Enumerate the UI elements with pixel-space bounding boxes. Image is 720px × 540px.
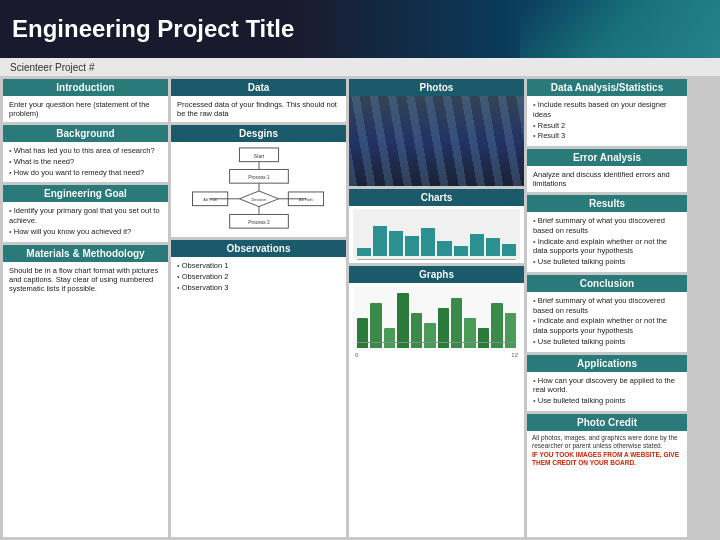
list-item: How do you want to remedy that need? <box>9 168 162 178</box>
applications-content: How can your discovery be applied to the… <box>527 372 687 411</box>
conclusion-section: Conclusion Brief summary of what you dis… <box>527 275 687 352</box>
error-analysis-content: Analyze and discuss identified errors an… <box>527 166 687 192</box>
introduction-section: Introduction Enter your question here (s… <box>3 79 168 122</box>
svg-point-22 <box>437 111 507 171</box>
data-header: Data <box>171 79 346 96</box>
photos-header: Photos <box>349 79 524 96</box>
graphs-section: Graphs 0 12 <box>349 266 524 537</box>
svg-text:Alt Path: Alt Path <box>299 196 313 201</box>
sub-header: Scienteer Project # <box>0 58 720 76</box>
flowchart-svg: Start Process 1 Decision Process 2 Alt P… <box>189 146 329 234</box>
background-header: Background <box>3 125 168 142</box>
chart-bar <box>454 246 468 256</box>
chart-bar <box>389 231 403 256</box>
list-item: Result 3 <box>533 131 681 141</box>
data-analysis-header: Data Analysis/Statistics <box>527 79 687 96</box>
graph-bars <box>353 286 520 351</box>
svg-text:Process 1: Process 1 <box>248 175 270 180</box>
graph-bar <box>397 293 408 348</box>
list-item: Result 2 <box>533 121 681 131</box>
svg-text:Start: Start <box>253 153 264 158</box>
graph-bar <box>451 298 462 348</box>
column-1: Introduction Enter your question here (s… <box>3 79 168 537</box>
photo-credit-header: Photo Credit <box>527 414 687 431</box>
chart-bars <box>353 209 520 259</box>
designs-section: Desgins Start Process 1 Decision Proces <box>171 125 346 237</box>
list-item: What has led you to this area of researc… <box>9 146 162 156</box>
photo-svg <box>352 96 522 186</box>
chart-bar <box>486 238 500 256</box>
chart-bar <box>373 226 387 256</box>
data-analysis-list: Include results based on your designer i… <box>533 100 681 141</box>
error-analysis-section: Error Analysis Analyze and discuss ident… <box>527 149 687 192</box>
results-section: Results Brief summary of what you discov… <box>527 195 687 272</box>
chart-bar <box>437 241 451 256</box>
applications-header: Applications <box>527 355 687 372</box>
photo-credit-section: Photo Credit All photos, images, and gra… <box>527 414 687 537</box>
background-list: What has led you to this area of researc… <box>9 146 162 177</box>
observations-header: Observations <box>171 240 346 257</box>
list-item: Indicate and explain whether or not the … <box>533 316 681 336</box>
list-item: How will you know you achieved it? <box>9 227 162 237</box>
list-item: Indicate and explain whether or not the … <box>533 237 681 257</box>
graph-bar <box>357 318 368 348</box>
background-section: Background What has led you to this area… <box>3 125 168 182</box>
engineering-goal-list: Identify your primary goal that you set … <box>9 206 162 236</box>
page-title: Engineering Project Title <box>12 15 294 43</box>
list-item: Identify your primary goal that you set … <box>9 206 162 226</box>
svg-rect-19 <box>390 106 402 166</box>
chart-bar <box>470 234 484 256</box>
page-header: Engineering Project Title <box>0 0 720 58</box>
svg-rect-18 <box>372 101 384 156</box>
flowchart-area: Start Process 1 Decision Process 2 Alt P… <box>171 142 346 237</box>
data-analysis-section: Data Analysis/Statistics Include results… <box>527 79 687 146</box>
column-4: Data Analysis/Statistics Include results… <box>527 79 687 537</box>
photos-section: Photos <box>349 79 524 186</box>
column-2: Data Processed data of your findings. Th… <box>171 79 346 537</box>
graph-bar <box>478 328 489 348</box>
list-item: Brief summary of what you discovered bas… <box>533 296 681 316</box>
list-item: Observation 3 <box>177 283 340 293</box>
chart-bar <box>502 244 516 256</box>
observations-list: Observation 1 Observation 2 Observation … <box>177 261 340 292</box>
applications-section: Applications How can your discovery be a… <box>527 355 687 411</box>
conclusion-header: Conclusion <box>527 275 687 292</box>
svg-text:Alt Path: Alt Path <box>203 196 217 201</box>
list-item: Brief summary of what you discovered bas… <box>533 216 681 236</box>
results-list: Brief summary of what you discovered bas… <box>533 216 681 267</box>
photo-display <box>349 96 524 186</box>
svg-text:Decision: Decision <box>251 196 266 201</box>
charts-section: Charts <box>349 189 524 263</box>
chart-bar <box>357 248 371 256</box>
list-item: Observation 2 <box>177 272 340 282</box>
observations-content: Observation 1 Observation 2 Observation … <box>171 257 346 537</box>
engineering-goal-content: Identify your primary goal that you set … <box>3 202 168 241</box>
graph-bar <box>424 323 435 348</box>
engineering-goal-section: Engineering Goal Identify your primary g… <box>3 185 168 241</box>
graph-axis-line <box>357 342 516 343</box>
photo-credit-red-text: IF YOU TOOK IMAGES FROM A WEBSITE, GIVE … <box>532 451 679 466</box>
list-item: What is the need? <box>9 157 162 167</box>
list-item: Observation 1 <box>177 261 340 271</box>
list-item: Use bulleted talking points <box>533 337 681 347</box>
list-item: Use bulleted talking points <box>533 257 681 267</box>
background-content: What has led you to this area of researc… <box>3 142 168 182</box>
introduction-header: Introduction <box>3 79 168 96</box>
chart-bar <box>405 236 419 256</box>
error-analysis-header: Error Analysis <box>527 149 687 166</box>
charts-content <box>349 206 524 263</box>
results-content: Brief summary of what you discovered bas… <box>527 212 687 272</box>
graphs-content: 0 12 <box>349 283 524 537</box>
designs-header: Desgins <box>171 125 346 142</box>
graphs-header: Graphs <box>349 266 524 283</box>
observations-section: Observations Observation 1 Observation 2… <box>171 240 346 537</box>
list-item: How can your discovery be applied to the… <box>533 376 681 396</box>
conclusion-content: Brief summary of what you discovered bas… <box>527 292 687 352</box>
svg-rect-21 <box>426 104 438 159</box>
materials-section: Materials & Methodology Should be in a f… <box>3 245 168 538</box>
column-3: Photos <box>349 79 524 537</box>
introduction-content: Enter your question here (statement of t… <box>3 96 168 122</box>
conclusion-list: Brief summary of what you discovered bas… <box>533 296 681 347</box>
data-analysis-content: Include results based on your designer i… <box>527 96 687 146</box>
results-header: Results <box>527 195 687 212</box>
